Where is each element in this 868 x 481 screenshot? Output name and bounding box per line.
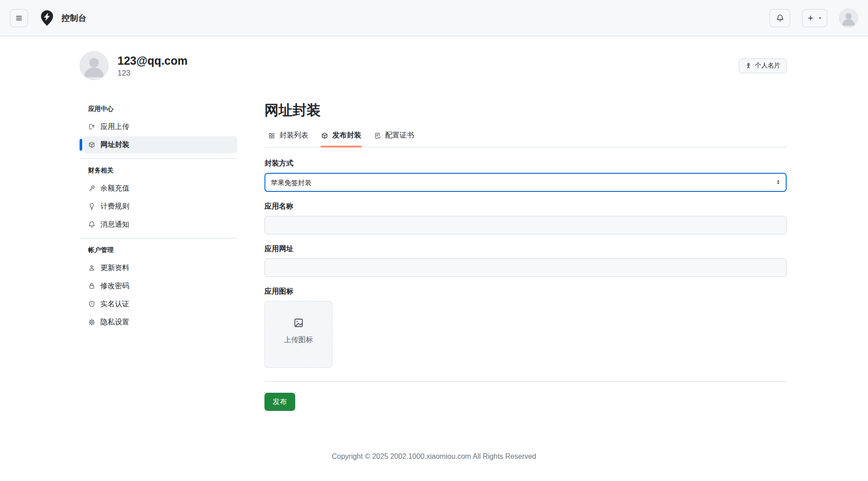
- sidebar-item-label: 更新资料: [100, 263, 129, 273]
- file-check-icon: [374, 132, 381, 139]
- sidebar-item-url-packaging[interactable]: 网址封装: [84, 136, 237, 153]
- shield-exclamation-icon: [88, 300, 95, 308]
- lock-icon: [88, 282, 95, 290]
- tab-package-list[interactable]: 封装列表: [264, 125, 312, 147]
- sidebar-item-label: 网址封装: [100, 140, 129, 150]
- app-name-input[interactable]: [264, 216, 787, 234]
- lightbulb-icon: [88, 203, 95, 210]
- gear-icon: [88, 319, 95, 326]
- sidebar-item-balance-recharge[interactable]: 余额充值: [84, 180, 237, 197]
- page-title: 网址封装: [264, 101, 787, 120]
- tab-label: 配置证书: [385, 131, 414, 140]
- upload-icon-dropzone[interactable]: 上传图标: [264, 301, 332, 368]
- header-avatar[interactable]: [839, 9, 858, 28]
- package-type-label: 封装方式: [264, 159, 787, 168]
- person-card-icon: [745, 62, 752, 69]
- lightning-pin-logo-icon: [38, 9, 56, 27]
- package-icon: [88, 141, 95, 148]
- sidebar-item-label: 隐私设置: [100, 318, 129, 327]
- publish-button[interactable]: 发布: [264, 393, 295, 411]
- package-icon: [321, 132, 328, 139]
- sidebar-item-label: 消息通知: [100, 220, 129, 229]
- sidebar-item-privacy-settings[interactable]: 隐私设置: [84, 314, 237, 331]
- image-icon: [293, 317, 304, 329]
- sidebar-section-finance: 财务相关: [84, 167, 237, 180]
- tab-bar: 封装列表 发布封装 配置证书: [264, 125, 787, 148]
- menu-button[interactable]: [10, 9, 28, 27]
- profile-avatar: [80, 51, 108, 80]
- footer-copyright: Copyright © 2025 2002.1000.xiaomiou.com …: [0, 452, 868, 461]
- sidebar-item-real-name-verify[interactable]: 实名认证: [84, 295, 237, 313]
- package-type-select[interactable]: 苹果免签封装: [264, 173, 787, 192]
- apps-grid-icon: [268, 132, 275, 139]
- sidebar-nav: 应用中心 应用上传 网址封装 财务相关: [80, 101, 237, 332]
- bell-icon: [776, 14, 784, 22]
- profile-header: 123@qq.com 123 个人名片: [80, 51, 787, 80]
- sidebar-divider: [80, 158, 237, 159]
- upload-icon-text: 上传图标: [284, 335, 313, 345]
- sidebar-item-app-upload[interactable]: 应用上传: [84, 118, 237, 135]
- sidebar-item-notifications[interactable]: 消息通知: [84, 216, 237, 233]
- top-header: 控制台: [0, 0, 868, 36]
- sidebar-item-label: 实名认证: [100, 300, 129, 309]
- tab-configure-certificate[interactable]: 配置证书: [370, 125, 418, 147]
- publish-package-form: 封装方式 苹果免签封装 应用名称 应用网址 应用图标: [264, 159, 787, 411]
- sidebar-item-label: 计费规则: [100, 202, 129, 211]
- app-name-label: 应用名称: [264, 202, 787, 211]
- tab-publish-package[interactable]: 发布封装: [317, 125, 365, 147]
- notifications-button[interactable]: [769, 9, 790, 27]
- personal-card-button[interactable]: 个人名片: [739, 58, 787, 73]
- sidebar-item-label: 修改密码: [100, 281, 129, 291]
- sidebar-divider: [80, 238, 237, 238]
- personal-card-label: 个人名片: [755, 62, 780, 70]
- sidebar-item-update-profile[interactable]: 更新资料: [84, 259, 237, 276]
- sidebar-item-billing-rules[interactable]: 计费规则: [84, 198, 237, 215]
- key-icon: [88, 185, 95, 192]
- plus-icon: [807, 14, 814, 22]
- app-url-label: 应用网址: [264, 244, 787, 254]
- sidebar-section-app-center: 应用中心: [84, 105, 237, 118]
- sidebar-item-change-password[interactable]: 修改密码: [84, 277, 237, 295]
- app-icon-label: 应用图标: [264, 287, 787, 296]
- sidebar-item-label: 余额充值: [100, 184, 129, 193]
- sidebar-item-label: 应用上传: [100, 122, 129, 132]
- three-bars-icon: [15, 14, 23, 22]
- header-title: 控制台: [61, 13, 87, 24]
- person-icon: [88, 264, 95, 271]
- tab-label: 封装列表: [279, 131, 308, 140]
- app-logo[interactable]: [38, 9, 56, 27]
- profile-username: 123: [118, 69, 188, 78]
- bell-icon: [88, 221, 95, 228]
- tab-label: 发布封装: [332, 131, 361, 140]
- create-new-button[interactable]: [802, 9, 827, 27]
- form-divider: [264, 381, 787, 382]
- profile-email: 123@qq.com: [118, 54, 188, 67]
- sidebar-section-account: 帐户管理: [84, 246, 237, 259]
- upload-icon: [88, 123, 95, 130]
- app-url-input[interactable]: [264, 258, 787, 277]
- triangle-down-icon: [818, 16, 822, 20]
